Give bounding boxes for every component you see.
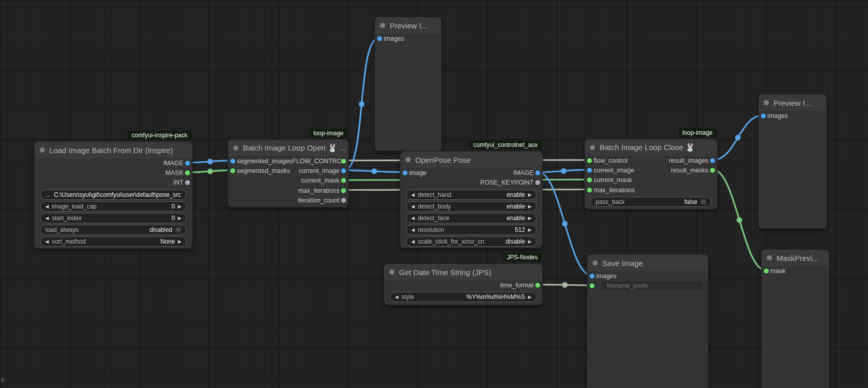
- link-midpoint-dot[interactable]: [359, 101, 364, 107]
- slot-row: time_format: [384, 280, 542, 290]
- toggle-knob-icon[interactable]: [175, 227, 181, 233]
- input-slot-segmented_images[interactable]: [230, 159, 235, 164]
- output-slot-current_image[interactable]: [341, 168, 346, 173]
- widget-text[interactable]: ...C:\Users\syui\git\comfyui\user\defaul…: [40, 190, 187, 200]
- collapse-dot-icon[interactable]: [767, 255, 772, 260]
- widget-sort_method[interactable]: sort_methodNone: [40, 236, 187, 247]
- output-label: POSE_KEYPOINT: [480, 179, 534, 186]
- output-slot-current_mask[interactable]: [341, 178, 346, 183]
- collapse-dot-icon[interactable]: [40, 147, 45, 153]
- output-slot-FLOW_CONTROL[interactable]: [341, 159, 346, 164]
- node-title-bar[interactable]: Preview I...: [759, 95, 826, 111]
- collapse-dot-icon[interactable]: [590, 145, 595, 150]
- collapse-dot-icon[interactable]: [389, 270, 394, 275]
- input-label: current_mask: [594, 176, 632, 184]
- widget-detect_face[interactable]: detect_faceenable: [406, 213, 537, 223]
- output-slot-time_format[interactable]: [535, 283, 540, 288]
- node-loop_open[interactable]: loop-imageBatch Image Loop Open 🐰 ...seg…: [228, 139, 349, 207]
- node-title: Preview I...: [773, 99, 811, 107]
- node-preview_top[interactable]: Preview I...images: [375, 17, 442, 151]
- widget-resolution[interactable]: resolution512: [406, 225, 537, 235]
- node-title-bar[interactable]: Preview I...: [375, 17, 441, 34]
- input-label: images: [384, 35, 404, 42]
- widget-image_load_cap[interactable]: image_load_cap0: [40, 201, 187, 212]
- widget-scale_stick_for_xinsr_cn[interactable]: scale_stick_for_xinsr_cndisable: [406, 236, 537, 247]
- slot-row: flow_controlresult_images: [585, 156, 717, 165]
- slot-row: filename_prefix: [587, 281, 708, 290]
- input-slot-image[interactable]: [402, 170, 408, 175]
- toggle-knob-icon[interactable]: [700, 199, 706, 205]
- output-slot-max_iterations[interactable]: [341, 188, 346, 193]
- node-title: Batch Image Loop Open 🐰 ...: [243, 143, 346, 153]
- widget-label: detect_body: [418, 203, 451, 210]
- node-title-bar[interactable]: Batch Image Loop Open 🐰 ...: [228, 140, 348, 156]
- input-slot-images[interactable]: [590, 274, 595, 279]
- link-midpoint-dot[interactable]: [207, 159, 213, 164]
- widget-label: start_index: [52, 215, 82, 222]
- input-slot-current_mask[interactable]: [587, 177, 592, 183]
- input-slot-max_iterations[interactable]: [587, 188, 592, 193]
- input-slot-filename_prefix[interactable]: [590, 283, 595, 288]
- widget-detect_body[interactable]: detect_bodyenable: [406, 201, 537, 212]
- widget-style[interactable]: style%Y%m%d%H%M%S: [390, 292, 537, 302]
- widget-detect_hand[interactable]: detect_handenable: [406, 190, 537, 200]
- link-midpoint-dot[interactable]: [735, 135, 741, 140]
- link-midpoint-dot[interactable]: [737, 217, 742, 223]
- widget-value: disabled: [149, 226, 172, 233]
- input-slot-images[interactable]: [377, 36, 382, 41]
- slot-row: images: [587, 271, 708, 281]
- node-preview_right[interactable]: Preview I...images: [758, 94, 827, 229]
- node-openpose[interactable]: comfyui_controlnet_auxOpenPose Poseimage…: [400, 151, 543, 248]
- link-midpoint-dot[interactable]: [207, 168, 213, 174]
- slot-row: IMAGE: [35, 158, 192, 168]
- output-slot-POSE_KEYPOINT[interactable]: [535, 180, 540, 185]
- node-title-bar[interactable]: Get Date Time String (JPS): [384, 264, 542, 280]
- node-title-bar[interactable]: Batch Image Loop Close 🐰: [585, 139, 717, 156]
- input-slot-mask[interactable]: [764, 268, 769, 274]
- widget-load_always[interactable]: load_alwaysdisabled: [40, 225, 187, 235]
- output-label: result_images: [669, 157, 708, 164]
- input-slot-flow_control[interactable]: [587, 158, 592, 163]
- output-slot-IMAGE[interactable]: [185, 161, 190, 166]
- link-midpoint-dot[interactable]: [371, 168, 377, 174]
- output-label: current_mask: [301, 177, 339, 184]
- input-slot-images[interactable]: [761, 113, 766, 118]
- widget-start_index[interactable]: start_index0: [40, 213, 187, 223]
- widget-value: false: [685, 198, 697, 205]
- link-midpoint-dot[interactable]: [561, 168, 567, 174]
- output-label: max_iterations: [298, 187, 339, 194]
- collapse-dot-icon[interactable]: [380, 23, 385, 28]
- node-mask_preview[interactable]: MaskPrevi...mask: [761, 249, 829, 388]
- slot-row: current_mask: [228, 176, 348, 186]
- node-get_datetime[interactable]: JPS-NodesGet Date Time String (JPS)time_…: [384, 263, 543, 305]
- node-title-bar[interactable]: MaskPrevi...: [762, 250, 829, 266]
- output-slot-result_masks[interactable]: [710, 168, 715, 173]
- node-graph-canvas[interactable]: comfyui-inspire-packLoad Image Batch Fro…: [0, 0, 868, 388]
- input-slot-current_image[interactable]: [587, 168, 592, 173]
- output-slot-MASK[interactable]: [185, 170, 190, 175]
- node-title-bar[interactable]: Load Image Batch From Dir (Inspire): [35, 142, 192, 158]
- input-widget-filename_prefix[interactable]: filename_prefix: [601, 281, 703, 290]
- node-load_batch[interactable]: comfyui-inspire-packLoad Image Batch Fro…: [34, 141, 193, 249]
- widget-label: load_always: [45, 226, 79, 233]
- output-slot-iteration_count[interactable]: [341, 198, 346, 203]
- link-midpoint-dot[interactable]: [562, 282, 568, 288]
- output-slot-IMAGE[interactable]: [535, 170, 540, 175]
- node-save_image[interactable]: Save Imageimagesfilename_prefix: [587, 254, 708, 388]
- node-loop_close[interactable]: loop-imageBatch Image Loop Close 🐰flow_c…: [584, 139, 718, 210]
- node-title-bar[interactable]: Save Image: [587, 255, 708, 271]
- input-slot-segmented_masks[interactable]: [230, 168, 235, 173]
- output-slot-result_images[interactable]: [710, 158, 715, 163]
- node-source-badge: comfyui_controlnet_aux: [469, 140, 542, 150]
- widget-pass_back[interactable]: pass_backfalse: [591, 197, 711, 207]
- slot-row: current_imageresult_masks: [585, 165, 717, 175]
- collapse-dot-icon[interactable]: [764, 100, 769, 105]
- collapse-dot-icon[interactable]: [233, 145, 238, 151]
- output-slot-INT[interactable]: [185, 180, 190, 185]
- input-label: segmented_images: [237, 158, 292, 165]
- collapse-dot-icon[interactable]: [593, 260, 598, 265]
- output-label: current_image: [299, 167, 339, 174]
- node-title-bar[interactable]: OpenPose Pose: [400, 152, 542, 168]
- link-midpoint-dot[interactable]: [562, 221, 568, 227]
- collapse-dot-icon[interactable]: [406, 157, 411, 162]
